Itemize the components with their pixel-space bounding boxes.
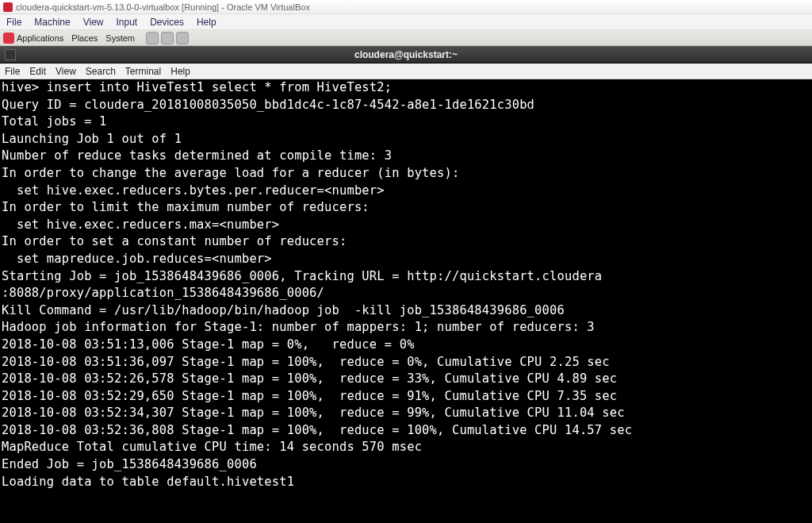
virtualbox-icon	[3, 2, 13, 12]
vbox-menu-machine[interactable]: Machine	[34, 17, 70, 28]
terminal-menu-edit[interactable]: Edit	[29, 66, 46, 77]
virtualbox-title-text: cloudera-quickstart-vm-5.13.0-0-virtualb…	[16, 2, 310, 12]
gnome-applications-label: Applications	[17, 33, 63, 43]
vbox-menu-help[interactable]: Help	[197, 17, 216, 28]
browser-launcher-icon[interactable]	[146, 32, 159, 44]
terminal-launcher-icon[interactable]	[176, 32, 189, 44]
terminal-menu-file[interactable]: File	[5, 66, 20, 77]
terminal-menubar: File Edit View Search Terminal Help	[0, 63, 812, 79]
terminal-title-text: cloudera@quickstart:~	[0, 49, 812, 60]
vbox-menu-view[interactable]: View	[83, 17, 104, 28]
gnome-launcher-icons	[146, 32, 189, 44]
terminal-menu-help[interactable]: Help	[170, 66, 190, 77]
terminal-menu-view[interactable]: View	[56, 66, 76, 77]
terminal-titlebar[interactable]: cloudera@quickstart:~	[0, 46, 812, 63]
virtualbox-menubar: File Machine View Input Devices Help	[0, 14, 812, 30]
vbox-menu-input[interactable]: Input	[117, 17, 138, 28]
terminal-menu-terminal[interactable]: Terminal	[125, 66, 161, 77]
virtualbox-titlebar: cloudera-quickstart-vm-5.13.0-0-virtualb…	[0, 0, 812, 14]
terminal-output[interactable]: hive> insert into HiveTest1 select * fro…	[0, 79, 812, 523]
terminal-menu-search[interactable]: Search	[86, 66, 116, 77]
gnome-top-panel: Applications Places System	[0, 30, 812, 46]
gnome-foot-icon	[3, 33, 14, 44]
gnome-applications-menu[interactable]: Applications	[3, 33, 63, 44]
gnome-places-menu[interactable]: Places	[71, 33, 98, 43]
mail-launcher-icon[interactable]	[161, 32, 174, 44]
gnome-system-menu[interactable]: System	[105, 33, 135, 43]
vbox-menu-file[interactable]: File	[6, 17, 21, 28]
vbox-menu-devices[interactable]: Devices	[150, 17, 184, 28]
